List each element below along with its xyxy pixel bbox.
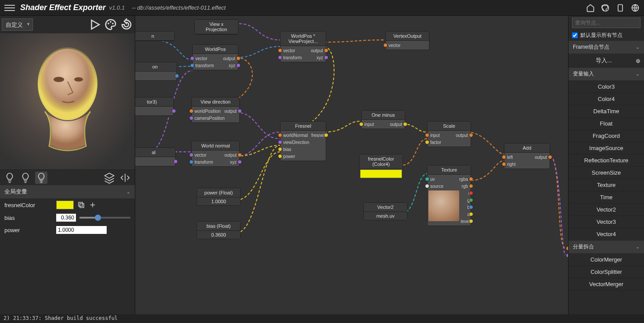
node-graph[interactable]: n on tor3) al View x Projection WorldPos… [135, 16, 568, 314]
search-input[interactable] [572, 18, 640, 28]
node-type-item[interactable]: VectorMerger [568, 278, 644, 291]
node-type-item[interactable]: Texture [568, 179, 644, 191]
app-version: v1.0.1 [109, 4, 125, 11]
node-worldpos-vp[interactable]: WorldPos * ViewProject... vectoroutput t… [280, 31, 326, 62]
node-partial[interactable]: tor3) [135, 97, 174, 116]
node-worldpos[interactable]: WorldPos vectoroutput transformxyz [192, 44, 238, 70]
svg-rect-1 [618, 4, 622, 11]
node-bias-float[interactable]: bias (Float) 0.3600 [197, 221, 241, 239]
node-type-item[interactable]: ReflectionTexture [568, 154, 644, 167]
palette-icon[interactable] [104, 18, 117, 31]
node-type-item[interactable]: DeltaTime [568, 105, 644, 118]
node-type-item[interactable]: Vector3 [568, 216, 644, 228]
node-vector2[interactable]: Vector2 mesh.uv [363, 202, 407, 220]
node-partial[interactable]: n [135, 31, 175, 41]
device-icon[interactable] [616, 4, 625, 12]
preview-viewport[interactable] [0, 33, 135, 169]
chevron-down-icon: ⌄ [126, 189, 130, 195]
texture-preview [428, 190, 459, 221]
bias-input[interactable] [56, 214, 76, 222]
node-partial[interactable]: al [135, 147, 176, 166]
global-vars-header[interactable]: 全局变量 ⌄ [0, 185, 135, 198]
fresnel-color-swatch[interactable] [56, 201, 74, 209]
bulb-on-icon[interactable] [35, 172, 47, 184]
split-icon[interactable] [119, 172, 131, 184]
category-header[interactable]: 变量输入⌄ [568, 68, 644, 81]
home-icon[interactable] [586, 4, 595, 12]
svg-rect-10 [80, 204, 84, 208]
node-type-item[interactable]: ImageSource [568, 142, 644, 154]
node-texture[interactable]: Texture uvrgba sourcergb r g b a level [427, 165, 471, 226]
node-vertex-output[interactable]: VertexOutput vector [385, 31, 429, 50]
power-label: power [4, 227, 53, 233]
node-type-item[interactable]: ColorMerger [568, 254, 644, 266]
show-all-checkbox[interactable] [572, 32, 578, 38]
node-type-item[interactable]: ScreenSize [568, 167, 644, 179]
node-world-normal[interactable]: World normal vectoroutput transformxyz [191, 141, 240, 167]
node-partial[interactable]: on [135, 62, 177, 81]
node-type-item[interactable]: FragCoord [568, 130, 644, 142]
node-add[interactable]: Add leftoutput right [504, 143, 550, 169]
bulb-dim-icon[interactable] [19, 172, 32, 184]
app-title: Shader Effect Exporter [20, 3, 106, 12]
svg-point-5 [112, 23, 114, 24]
layers-icon[interactable] [103, 172, 115, 184]
node-type-item[interactable]: Vector4 [568, 228, 644, 240]
node-type-item[interactable]: ColorSplitter [568, 266, 644, 278]
node-power-float[interactable]: power (Float) 1.0000 [197, 188, 241, 206]
category-header[interactable]: Frame组合节点⌄ [568, 41, 644, 54]
file-path: -- db://assets/effects/effect-011.effect [132, 4, 226, 11]
svg-point-3 [108, 23, 109, 24]
category-header[interactable]: 分量拆合⌄ [568, 240, 644, 254]
svg-rect-11 [79, 202, 83, 206]
copy-icon[interactable] [77, 201, 85, 209]
svg-point-7 [38, 47, 97, 120]
svg-point-9 [74, 77, 83, 82]
node-scale[interactable]: Scale inputoutput factor [427, 121, 471, 147]
node-fresnel[interactable]: Fresnel worldNormalfresnel viewDirection… [280, 121, 326, 161]
color-preview [360, 170, 402, 178]
preset-dropdown[interactable]: 自定义 [2, 18, 33, 31]
node-view-projection[interactable]: View x Projection [194, 19, 238, 35]
import-button[interactable]: 导入...⊕ [568, 54, 644, 68]
fresnel-color-label: fresnelColor [4, 202, 53, 208]
play-icon[interactable] [88, 18, 101, 31]
node-fresnel-color[interactable]: fresnelColor (Color4) [359, 154, 403, 179]
node-type-item[interactable]: Vector2 [568, 204, 644, 216]
app-header: Shader Effect Exporter v1.0.1 -- db://as… [0, 0, 644, 16]
node-type-item[interactable]: Color3 [568, 81, 644, 93]
bias-slider[interactable] [79, 217, 130, 219]
github-icon[interactable] [601, 4, 610, 12]
left-panel: 自定义 [0, 16, 135, 314]
node-type-item[interactable]: Float [568, 118, 644, 130]
show-all-label: 默认显示所有节点 [580, 32, 622, 39]
globe-icon[interactable] [631, 4, 640, 12]
node-type-item[interactable]: Color4 [568, 93, 644, 105]
svg-point-8 [54, 77, 64, 82]
global-vars-label: 全局变量 [4, 188, 27, 196]
hamburger-menu-icon[interactable] [4, 3, 15, 13]
node-one-minus[interactable]: One minus inputoutput [361, 110, 405, 129]
node-view-direction[interactable]: View direction worldPositionoutput camer… [191, 97, 240, 123]
bias-label: bias [4, 215, 53, 221]
console-output: 2) 21:33:37: Shader build successful [0, 314, 644, 323]
power-input[interactable] [56, 226, 107, 234]
right-panel: 默认显示所有节点 Frame组合节点⌄导入...⊕变量输入⌄Color3Colo… [568, 16, 644, 314]
reset-icon[interactable] [120, 18, 133, 31]
plus-icon[interactable] [89, 201, 97, 209]
node-type-item[interactable]: Time [568, 191, 644, 204]
bulb-off-icon[interactable] [4, 172, 16, 184]
svg-point-4 [110, 22, 112, 23]
